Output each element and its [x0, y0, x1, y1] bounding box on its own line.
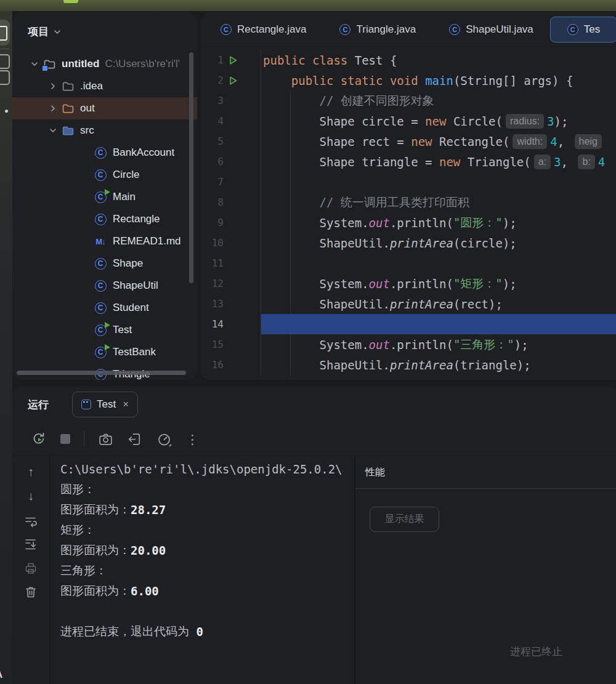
project-panel-title[interactable]: 项目: [28, 25, 49, 39]
tree-item-label: TestBank: [113, 346, 156, 358]
tree-item-remead1-md[interactable]: M↓REMEAD1.md: [12, 230, 197, 252]
gutter: [224, 151, 261, 172]
chevron-right-icon[interactable]: [48, 103, 58, 113]
tree-item-circle[interactable]: CCircle: [12, 164, 197, 186]
code-editor[interactable]: 1public class Test {2 public static void…: [200, 47, 616, 379]
tab-label: ShapeUtil.java: [466, 23, 533, 36]
console-line: 三角形：: [60, 560, 365, 581]
soft-wrap-icon[interactable]: [23, 514, 38, 529]
code-line-14[interactable]: 14: [200, 314, 616, 334]
markdown-icon: M↓: [95, 237, 105, 246]
tree-item-shapeutil[interactable]: CShapeUtil: [12, 275, 197, 297]
tree-vertical-scrollbar[interactable]: [189, 52, 193, 283]
more-options-icon[interactable]: ⋮: [186, 433, 199, 446]
screenshot-button[interactable]: [98, 432, 113, 447]
editor-tab-shapeutil-java[interactable]: CShapeUtil.java: [432, 17, 550, 42]
class-icon: C: [95, 214, 107, 225]
stop-button[interactable]: [60, 434, 70, 444]
code-line-16[interactable]: 16 ShapeUtil.printArea(triangle);: [200, 355, 616, 375]
tree-item-testbank[interactable]: CTestBank: [12, 341, 197, 363]
tree-item-student[interactable]: CStudent: [12, 297, 197, 319]
print-icon[interactable]: [23, 561, 38, 576]
gutter: [224, 70, 261, 91]
clear-console-icon[interactable]: [23, 585, 38, 600]
tree-item-shape[interactable]: CShape: [12, 252, 197, 275]
code-line-11[interactable]: 11: [200, 253, 616, 273]
code-line-3[interactable]: 3 // 创建不同图形对象: [200, 91, 616, 111]
project-stripe-icon[interactable]: [0, 20, 10, 46]
show-results-button[interactable]: 显示结果: [370, 507, 439, 532]
line-number: 1: [200, 54, 224, 66]
inlay-hint: radius:: [506, 114, 544, 129]
tree-item-test[interactable]: CTest: [12, 319, 197, 341]
tree-item-untitled[interactable]: untitledC:\Users\b're'ri'l': [12, 53, 197, 75]
code-line-8[interactable]: 8 // 统一调用工具类打印面积: [200, 192, 616, 212]
commit-stripe-icon[interactable]: [0, 54, 10, 69]
code-line-7[interactable]: 7: [200, 172, 616, 192]
taskbar-accent: [63, 0, 78, 3]
tree-item-rectangle[interactable]: CRectangle: [12, 208, 197, 230]
project-panel: 项目 untitledC:\Users\b're'ri'l'.ideaoutsr…: [12, 12, 197, 380]
tree-item-out[interactable]: out: [12, 97, 197, 119]
editor-tab-rectangle-java[interactable]: CRectangle.java: [204, 17, 323, 42]
rerun-button[interactable]: [31, 431, 47, 447]
run-line-icon[interactable]: [229, 55, 238, 65]
inlay-hint: a:: [534, 155, 551, 169]
code-line-10[interactable]: 10 ShapeUtil.printArea(circle);: [200, 233, 616, 253]
code-line-5[interactable]: 5 Shape rect = new Rectangle(width:4, he…: [200, 131, 616, 151]
run-toolbar: ⋮: [12, 422, 616, 456]
run-panel-title: 运行: [28, 398, 49, 412]
gutter: [224, 314, 261, 334]
runnable-class-icon: C: [95, 191, 107, 203]
console-output[interactable]: C:\Users\b're'ri'l\.jdks\openjdk-25.0.2\…: [50, 456, 365, 684]
chevron-right-icon[interactable]: [48, 81, 58, 91]
prev-occurrence-icon[interactable]: ↑: [23, 465, 38, 480]
line-number: 9: [200, 217, 224, 228]
close-icon[interactable]: ×: [123, 398, 129, 411]
line-number: 5: [200, 135, 224, 147]
gutter: [224, 50, 261, 70]
gutter: [224, 233, 261, 253]
next-occurrence-icon[interactable]: ↓: [23, 489, 38, 504]
structure-stripe-icon[interactable]: [0, 70, 10, 85]
class-icon: C: [339, 24, 351, 35]
code-line-15[interactable]: 15 System.out.println("三角形：");: [200, 334, 616, 355]
tool-window-stripe: A: [0, 11, 12, 684]
gutter: [224, 131, 261, 151]
tree-item-main[interactable]: CMain: [12, 186, 197, 208]
code-line-1[interactable]: 1public class Test {: [200, 50, 616, 70]
code-line-6[interactable]: 6 Shape triangle = new Triangle(a:3, b:4: [200, 151, 616, 172]
console-line: 图形面积为：6.00: [60, 581, 365, 601]
scroll-to-end-icon[interactable]: [23, 537, 38, 552]
tree-item-src[interactable]: src: [12, 119, 197, 142]
gutter: [224, 111, 261, 131]
tree-item--idea[interactable]: .idea: [12, 75, 197, 97]
tab-label: Rectangle.java: [237, 23, 306, 36]
class-icon: C: [95, 147, 107, 159]
run-line-icon[interactable]: [229, 76, 238, 86]
profiler-button[interactable]: [156, 431, 172, 448]
code-line-4[interactable]: 4 Shape circle = new Circle(radius:3);: [200, 111, 616, 131]
class-icon: C: [95, 280, 107, 292]
code-line-12[interactable]: 12 System.out.println("矩形：");: [200, 273, 616, 294]
toolbar-separator: [84, 431, 84, 447]
line-number: 2: [200, 74, 224, 86]
class-icon: C: [95, 169, 107, 181]
chevron-down-icon[interactable]: [30, 59, 39, 69]
runnable-class-icon: C: [95, 324, 107, 336]
project-path: C:\Users\b're'ri'l': [105, 58, 180, 70]
attach-process-button[interactable]: [127, 432, 142, 447]
chevron-down-icon[interactable]: [48, 126, 58, 135]
tree-item-bankaccount[interactable]: CBankAccount: [12, 142, 197, 164]
code-line-9[interactable]: 9 System.out.println("圆形：");: [200, 212, 616, 233]
tree-horizontal-scrollbar[interactable]: [17, 371, 186, 375]
chevron-down-icon[interactable]: [52, 27, 62, 37]
run-tab-test[interactable]: Test ×: [72, 392, 138, 417]
gutter: [224, 273, 261, 294]
editor-tab-tes[interactable]: CTes: [550, 17, 616, 42]
line-number: 3: [200, 95, 224, 107]
run-overlay-icon: [105, 344, 110, 350]
editor-tab-triangle-java[interactable]: CTriangle.java: [323, 17, 432, 42]
code-line-13[interactable]: 13 ShapeUtil.printArea(rect);: [200, 294, 616, 314]
code-line-2[interactable]: 2 public static void main(String[] args)…: [200, 70, 616, 91]
